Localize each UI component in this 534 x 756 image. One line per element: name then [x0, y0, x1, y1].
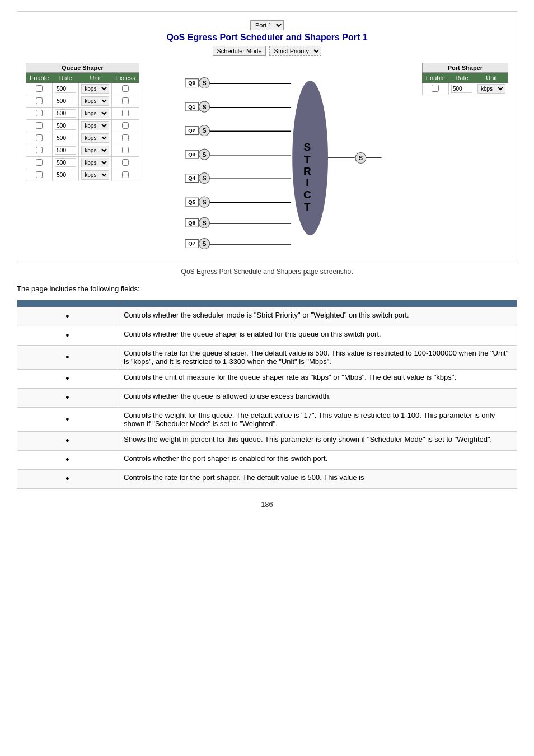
queue-excess-2[interactable]: [122, 110, 129, 116]
queue-table: Enable Rate Unit Excess kbps Mbps: [26, 73, 139, 181]
queue-excess-6[interactable]: [122, 159, 129, 166]
field-bullet-5: •: [17, 408, 118, 432]
queue-rate-1[interactable]: [55, 97, 76, 105]
svg-text:S: S: [203, 199, 207, 206]
queue-enable-4[interactable]: [36, 134, 43, 141]
queue-rate-4[interactable]: [55, 134, 76, 142]
queue-unit-3[interactable]: kbps Mbps: [81, 121, 109, 130]
queue-rate-0[interactable]: [55, 85, 76, 93]
queue-unit-5[interactable]: kbps Mbps: [81, 146, 109, 155]
queue-excess-0[interactable]: [122, 85, 129, 92]
field-bullet-0: •: [17, 307, 118, 326]
queue-excess-7[interactable]: [122, 171, 129, 178]
fields-col-name: [17, 300, 118, 307]
field-desc-4: Controls whether the queue is allowed to…: [118, 389, 517, 408]
queue-excess-3[interactable]: [122, 122, 129, 129]
port-shaper-section: Port Shaper Enable Rate Unit: [422, 63, 508, 95]
field-bullet-1: •: [17, 326, 118, 346]
queue-enable-5[interactable]: [36, 147, 43, 153]
screenshot-caption: QoS Egress Port Schedule and Shapers pag…: [17, 268, 517, 276]
port-shaper-row: kbps Mbps: [422, 83, 508, 95]
queue-enable-3[interactable]: [36, 122, 43, 129]
page-number: 186: [17, 500, 517, 508]
svg-text:S: S: [203, 151, 207, 158]
svg-text:S: S: [203, 127, 207, 134]
svg-text:R: R: [303, 165, 311, 177]
queue-rate-3[interactable]: [55, 122, 76, 130]
col-unit: Unit: [79, 73, 112, 83]
queue-row-6: kbps Mbps: [26, 157, 139, 169]
scheduler-mode-label: Scheduler Mode: [213, 46, 265, 56]
queue-enable-0[interactable]: [36, 85, 43, 92]
port-table: Enable Rate Unit kbps Mbps: [422, 73, 508, 95]
field-bullet-8: •: [17, 470, 118, 489]
queue-row-2: kbps Mbps: [26, 108, 139, 120]
queue-row-3: kbps Mbps: [26, 120, 139, 132]
svg-text:C: C: [303, 189, 311, 200]
queue-row-1: kbps Mbps: [26, 95, 139, 108]
description-text: The page includes the following fields:: [17, 284, 517, 293]
field-desc-8: Controls the rate for the port shaper. T…: [118, 470, 517, 489]
field-row-8: • Controls the rate for the port shaper.…: [17, 470, 517, 489]
port-unit-select[interactable]: kbps Mbps: [477, 84, 505, 94]
scheduler-mode-select[interactable]: Strict Priority: [269, 46, 321, 56]
queue-unit-0[interactable]: kbps Mbps: [81, 84, 109, 94]
fields-col-desc: [118, 300, 517, 307]
queue-excess-5[interactable]: [122, 147, 129, 153]
svg-text:S: S: [359, 155, 363, 161]
svg-text:S: S: [203, 80, 207, 86]
field-desc-1: Controls whether the queue shaper is ena…: [118, 326, 517, 346]
queue-unit-6[interactable]: kbps Mbps: [81, 158, 109, 167]
field-desc-0: Controls whether the scheduler mode is "…: [118, 307, 517, 326]
diagram-area: Queue Shaper Enable Rate Unit Excess: [26, 63, 508, 253]
svg-text:S: S: [304, 141, 311, 153]
field-bullet-3: •: [17, 370, 118, 389]
queue-rate-7[interactable]: [55, 171, 76, 179]
queue-rate-6[interactable]: [55, 158, 76, 167]
queue-enable-7[interactable]: [36, 171, 43, 178]
queue-unit-4[interactable]: kbps Mbps: [81, 133, 109, 143]
middle-diagram: S T R I C T Q0 S Q1: [145, 63, 416, 253]
port-col-rate: Rate: [449, 73, 475, 83]
svg-text:S: S: [203, 220, 207, 226]
svg-text:S: S: [203, 175, 207, 181]
svg-text:Q0: Q0: [189, 80, 196, 86]
queue-rate-2[interactable]: [55, 109, 76, 118]
queue-row-0: kbps Mbps: [26, 83, 139, 95]
queue-enable-1[interactable]: [36, 97, 43, 104]
svg-text:S: S: [203, 240, 207, 247]
svg-text:S: S: [203, 104, 207, 110]
queue-excess-4[interactable]: [122, 134, 129, 141]
field-row-5: • Controls the weight for this queue. Th…: [17, 408, 517, 432]
queue-shaper-section: Queue Shaper Enable Rate Unit Excess: [26, 63, 139, 181]
port-select-row: Port 1: [26, 20, 508, 30]
queue-enable-2[interactable]: [36, 110, 43, 116]
queue-rate-5[interactable]: [55, 146, 76, 155]
field-bullet-2: •: [17, 346, 118, 370]
port-col-enable: Enable: [422, 73, 448, 83]
queue-excess-1[interactable]: [122, 97, 129, 104]
field-row-6: • Shows the weight in percent for this q…: [17, 432, 517, 451]
svg-text:Q6: Q6: [189, 220, 196, 226]
queue-enable-6[interactable]: [36, 159, 43, 166]
scheduler-mode-row: Scheduler Mode Strict Priority: [26, 46, 508, 56]
svg-text:Q5: Q5: [189, 199, 196, 205]
port-enable-checkbox[interactable]: [432, 85, 439, 92]
queue-shaper-title: Queue Shaper: [26, 63, 139, 73]
port-select[interactable]: Port 1: [250, 20, 284, 30]
field-desc-2: Controls the rate for the queue shaper. …: [118, 346, 517, 370]
queue-unit-7[interactable]: kbps Mbps: [81, 170, 109, 180]
svg-text:T: T: [304, 201, 311, 213]
port-rate-input[interactable]: [451, 85, 472, 93]
field-bullet-4: •: [17, 389, 118, 408]
queue-row-4: kbps Mbps: [26, 132, 139, 144]
queue-unit-2[interactable]: kbps Mbps: [81, 109, 109, 118]
screenshot-box: Port 1 QoS Egress Port Scheduler and Sha…: [17, 11, 517, 262]
svg-text:Q4: Q4: [189, 175, 196, 181]
field-bullet-7: •: [17, 451, 118, 470]
col-enable: Enable: [26, 73, 53, 83]
field-row-4: • Controls whether the queue is allowed …: [17, 389, 517, 408]
svg-text:Q3: Q3: [189, 151, 196, 157]
svg-text:Q2: Q2: [189, 127, 196, 133]
queue-unit-1[interactable]: kbps Mbps: [81, 96, 109, 106]
